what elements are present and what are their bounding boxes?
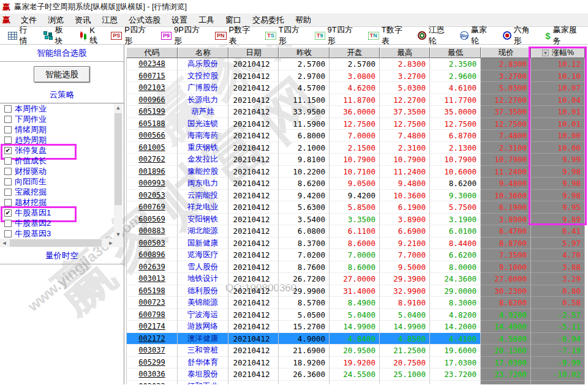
table-row-600769[interactable]: 600769祥龙电业202104125.63005.85006.19005.75… [126, 201, 588, 214]
table-row-605199[interactable]: 605199葫芦娃2021041233.950036.000037.350035… [126, 106, 588, 118]
stock-code-link[interactable]: 002053 [138, 191, 165, 200]
stock-code-link[interactable]: 600569 [138, 215, 165, 223]
stock-code[interactable]: 605299 [126, 357, 178, 369]
stock-code[interactable]: 002762 [126, 154, 178, 166]
table-row-000503[interactable]: 000503国新健康202104128.37008.60009.21008.44… [126, 237, 588, 250]
table-row-600569[interactable]: 600569安阳钢铁202104123.54003.35003.89003.19… [126, 214, 588, 226]
stock-code[interactable]: 600896 [126, 249, 178, 261]
stock-code-link[interactable]: 002762 [138, 155, 165, 163]
stock-code-link[interactable]: 003037 [138, 346, 165, 354]
menu-item-3[interactable]: 江恩 [96, 14, 123, 26]
stock-code-link[interactable]: 002103 [138, 83, 165, 92]
stock-code[interactable]: 601005 [126, 142, 178, 154]
table-row-002639[interactable]: 002639雪人股份202104128.76008.60009.50008.00… [126, 261, 588, 274]
stock-code-link[interactable]: 600896 [138, 250, 165, 259]
stock-code[interactable]: 000723 [126, 297, 178, 309]
scroll-thumb-horizontal[interactable] [10, 239, 102, 247]
strategy-item-价值成长[interactable]: 价值成长 [0, 155, 124, 166]
stock-code-link[interactable]: 003036 [138, 370, 165, 378]
stock-code-link[interactable]: 002172 [138, 334, 165, 343]
column-header-名称[interactable]: 名称 [178, 47, 228, 58]
stock-code[interactable]: 000503 [126, 237, 178, 250]
stock-code-link[interactable]: 605188 [138, 119, 165, 128]
stock-code-link[interactable]: 002174 [138, 322, 165, 331]
stock-code[interactable]: 600569 [126, 214, 178, 226]
checkbox-icon[interactable] [4, 126, 12, 133]
stock-code[interactable]: 003013 [126, 273, 178, 285]
stock-code[interactable]: 600769 [126, 201, 178, 214]
stock-code[interactable]: 600798 [126, 309, 178, 321]
table-row-605299[interactable]: 605299舒华体育2021041218.920019.920020.75001… [126, 357, 588, 369]
strategy-item-本周作业[interactable]: 本周作业 [0, 103, 124, 114]
stock-code[interactable]: 605188 [126, 118, 178, 130]
stock-code[interactable]: 001896 [126, 166, 178, 178]
checkbox-icon[interactable] [4, 157, 12, 165]
stock-code[interactable]: 000566 [126, 130, 178, 142]
table-row-002103[interactable]: 002103广博股份202104124.57004.62005.03004.61… [126, 82, 588, 94]
column-header-最高[interactable]: 最高 [380, 47, 430, 58]
column-header-现价[interactable]: 现价 [481, 47, 531, 58]
stock-code[interactable]: 002053 [126, 190, 178, 202]
stock-code-link[interactable]: 600715 [138, 72, 165, 80]
stock-code-link[interactable]: 001896 [138, 167, 165, 176]
stock-code[interactable]: 605198 [126, 285, 178, 297]
strategy-item-宝藏挖掘[interactable]: 宝藏挖掘 [0, 187, 124, 197]
stock-code[interactable]: 605199 [126, 106, 178, 118]
checkbox-checked-icon[interactable]: ✔ [4, 209, 12, 217]
column-header-最低[interactable]: 最低 [430, 47, 481, 58]
scroll-right-icon[interactable]: ► [107, 239, 115, 247]
checkbox-icon[interactable] [4, 105, 12, 113]
toolbar-item-3[interactable]: PSP四方形 [107, 24, 157, 47]
table-row-001896[interactable]: 001896豫能控股2021041210.220010.710011.24001… [126, 166, 588, 178]
scroll-left-icon[interactable]: ◄ [0, 239, 9, 247]
stock-code-link[interactable]: 605199 [138, 107, 165, 116]
toolbar-item-9[interactable]: 江恩轮 [413, 24, 456, 47]
strategy-item-向阳而生[interactable]: 向阳而生 [0, 176, 124, 187]
table-row-003036[interactable]: 003036泰坦股份2021041226.360024.550025.10002… [126, 368, 588, 381]
menu-item-2[interactable]: 资讯 [69, 14, 96, 26]
stock-code-link[interactable]: 605198 [138, 286, 165, 295]
toolbar-item-8[interactable]: TNT数字表 [364, 24, 413, 47]
toolbar-item-2[interactable]: K线 [75, 26, 107, 46]
toolbar-item-10[interactable]: Big赢家轮 [456, 24, 499, 47]
stock-code-link[interactable]: 003013 [138, 274, 165, 283]
table-row-002762[interactable]: 002762金发拉比202104129.810010.790010.790010… [126, 154, 588, 166]
column-header-涨幅%[interactable]: ▼涨幅% [531, 47, 585, 58]
table-row-605198[interactable]: 605198德利股份2021041229.990031.400032.99002… [126, 285, 588, 297]
menu-item-5[interactable]: 设置 [166, 14, 193, 26]
scroll-up-icon[interactable]: ▲ [114, 103, 123, 112]
stock-code-link[interactable]: 002639 [138, 263, 165, 271]
column-header-代码[interactable]: 代码 [126, 47, 178, 58]
stock-code-link[interactable]: 605299 [138, 358, 165, 367]
stock-code-link[interactable]: 000503 [138, 239, 165, 247]
table-row-002174[interactable]: 002174游族网络2021041215.270014.990014.99001… [126, 321, 588, 333]
strategy-item-牛股基因3[interactable]: 牛股基因3 [0, 228, 124, 239]
checkbox-icon[interactable] [4, 189, 12, 196]
stock-code-link[interactable]: 000993 [138, 179, 165, 187]
stock-code[interactable]: 000966 [126, 94, 178, 107]
stock-code[interactable]: 002348 [126, 58, 178, 70]
toolbar-item-0[interactable]: 行情 [4, 24, 39, 47]
table-row-002053[interactable]: 002053云南能投202104129.42009.420010.36009.3… [126, 190, 588, 202]
column-header-开盘[interactable]: 开盘 [330, 47, 380, 58]
table-row-002348[interactable]: 002348高乐股份202104122.57002.57002.83002.35… [126, 58, 588, 70]
stock-code-link[interactable]: 003033 [138, 382, 165, 385]
toolbar-item-4[interactable]: P99P四方形 [157, 24, 211, 47]
strategy-item-下周作业[interactable]: 下周作业 [0, 114, 124, 124]
table-row-000883[interactable]: 000883湖北能源202104126.08006.11006.69006.01… [126, 225, 588, 237]
strategy-item-题材挖掘[interactable]: 题材挖掘 [0, 197, 124, 207]
table-row-000966[interactable]: 000966长源电力2021041211.150011.870012.27001… [126, 94, 588, 107]
stock-code-link[interactable]: 601005 [138, 143, 165, 152]
table-row-000566[interactable]: 000566海南海药202104126.80007.00007.48006.87… [126, 130, 588, 142]
stock-code[interactable]: 002639 [126, 261, 178, 274]
checkbox-icon[interactable] [4, 230, 12, 237]
strategy-vertical-scrollbar[interactable]: ▲ ▼ [114, 103, 123, 239]
strategy-item-牛股基因1[interactable]: ✔牛股基因1 [0, 207, 124, 218]
menu-item-7[interactable]: 窗口 [220, 14, 247, 26]
smart-select-button[interactable]: 智能选股 [34, 66, 90, 83]
table-row-600715[interactable]: 600715文投控股202104122.97003.08003.27002.96… [126, 70, 588, 83]
menu-item-8[interactable]: 交易委托 [247, 14, 290, 26]
column-header-昨收[interactable]: 昨收 [279, 47, 330, 58]
table-row-003033[interactable]: 003033征和工业 [126, 381, 588, 385]
scroll-thumb[interactable] [115, 113, 122, 205]
